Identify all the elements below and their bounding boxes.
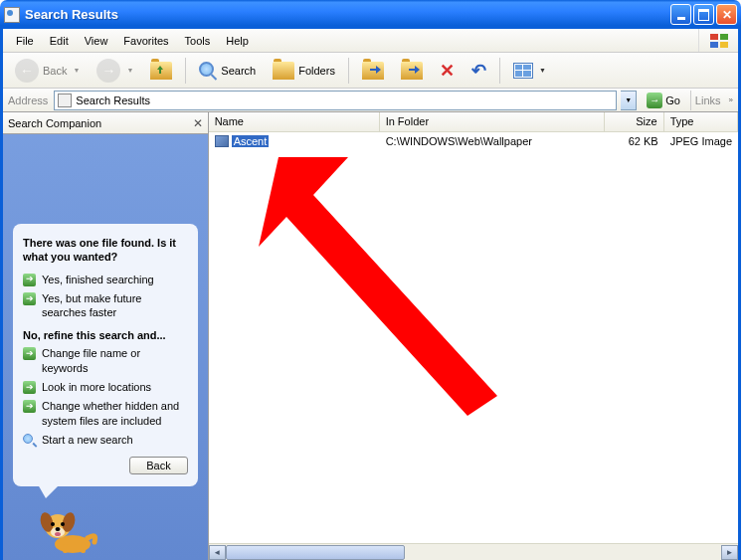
search-button[interactable]: Search [192,56,263,86]
column-name[interactable]: Name [209,112,380,131]
option-change-name[interactable]: ➔Change file name or keywords [23,346,188,375]
search-dog-icon[interactable] [33,494,102,554]
search-label: Search [221,65,256,77]
svg-point-12 [55,532,61,536]
horizontal-scrollbar[interactable]: ◄ ► [209,543,738,560]
address-input[interactable]: Search Results [54,91,617,110]
cell-name: Ascent [209,134,380,148]
svg-point-11 [56,527,61,531]
menu-view[interactable]: View [77,32,116,50]
delete-x-icon: ✕ [440,60,455,82]
maximize-button[interactable] [693,4,714,25]
panel-question-refine: No, refine this search and... [23,329,188,341]
annotation-arrow-icon [259,147,507,416]
window-title: Search Results [25,7,670,22]
search-results-panel: There was one file found. Is it what you… [13,224,198,486]
arrow-icon: ➔ [23,381,36,394]
chevron-down-icon: ▼ [73,67,80,74]
cell-type: JPEG Image [664,134,738,148]
forward-arrow-icon: → [96,59,120,83]
sidebar-header: Search Companion ✕ [3,112,208,134]
back-button[interactable]: ← Back ▼ [8,56,87,86]
close-button[interactable] [716,4,737,25]
jpeg-file-icon [215,135,229,147]
result-row[interactable]: Ascent C:\WINDOWS\Web\Wallpaper 62 KB JP… [209,132,738,149]
sidebar-close-button[interactable]: ✕ [193,116,203,130]
menu-file[interactable]: File [8,32,42,50]
chevron-down-icon: ▼ [539,67,546,74]
svg-rect-1 [720,34,728,40]
option-more-locations[interactable]: ➔Look in more locations [23,380,188,394]
option-hidden-files[interactable]: ➔Change whether hidden and system files … [23,399,188,428]
file-name: Ascent [232,135,270,147]
copy-to-button[interactable] [394,56,430,86]
address-value: Search Results [76,94,150,106]
links-label: Links [690,91,725,110]
folder-copy-icon [401,62,423,80]
option-finished[interactable]: ➔Yes, finished searching [23,273,188,286]
sidebar-title: Search Companion [8,117,101,129]
forward-button[interactable]: → ▼ [90,56,140,86]
up-button[interactable] [143,56,179,86]
svg-rect-0 [710,34,718,40]
toolbar: ← Back ▼ → ▼ Search Folders ✕ ↶ ▼ [3,53,738,89]
address-icon [58,93,72,107]
views-button[interactable]: ▼ [506,56,553,86]
svg-rect-13 [63,544,68,553]
menu-edit[interactable]: Edit [42,32,77,50]
scroll-right-button[interactable]: ► [721,545,738,560]
svg-rect-14 [81,544,86,553]
column-folder[interactable]: In Folder [380,112,605,131]
back-label: Back [43,65,67,77]
window-icon [4,7,20,23]
windows-flag-icon [698,29,738,52]
folder-move-icon [362,62,384,80]
scroll-track[interactable] [226,545,721,560]
delete-button[interactable]: ✕ [433,56,462,86]
folders-icon [273,62,294,80]
folders-button[interactable]: Folders [266,56,342,86]
go-arrow-icon: → [647,93,662,108]
svg-rect-2 [710,42,718,48]
back-arrow-icon: ← [15,59,39,83]
option-new-search[interactable]: Start a new search [23,433,188,447]
go-button[interactable]: → Go [641,91,686,110]
search-icon [199,62,217,80]
arrow-icon: ➔ [23,347,36,360]
undo-icon: ↶ [471,60,486,82]
undo-button[interactable]: ↶ [465,56,493,86]
panel-back-button[interactable]: Back [129,457,187,474]
go-label: Go [665,94,680,106]
cell-folder: C:\WINDOWS\Web\Wallpaper [380,134,605,148]
menubar: File Edit View Favorites Tools Help [3,29,738,53]
folder-up-icon [150,62,172,80]
addressbar: Address Search Results ▼ → Go Links » [3,89,738,112]
minimize-button[interactable] [670,4,691,25]
scroll-left-button[interactable]: ◄ [209,545,226,560]
address-dropdown-button[interactable]: ▼ [621,91,637,110]
column-type[interactable]: Type [664,112,738,131]
address-label: Address [8,94,50,106]
arrow-icon: ➔ [23,274,36,286]
panel-question: There was one file found. Is it what you… [23,236,188,265]
column-headers: Name In Folder Size Type [209,112,738,132]
option-faster[interactable]: ➔Yes, but make future searches faster [23,291,188,320]
arrow-icon: ➔ [23,292,36,305]
folders-label: Folders [298,65,335,77]
search-icon [23,434,36,447]
views-icon [513,63,533,79]
svg-point-10 [61,522,65,526]
svg-rect-3 [720,42,728,48]
titlebar: Search Results [0,0,741,29]
chevron-down-icon: ▼ [126,67,133,74]
results-pane: Name In Folder Size Type Ascent C:\WINDO… [209,112,738,560]
move-to-button[interactable] [355,56,391,86]
column-size[interactable]: Size [605,112,664,131]
scroll-thumb[interactable] [226,545,405,560]
menu-favorites[interactable]: Favorites [115,32,176,50]
search-companion-sidebar: Search Companion ✕ There was one file fo… [3,112,209,560]
results-rows[interactable]: Ascent C:\WINDOWS\Web\Wallpaper 62 KB JP… [209,132,738,543]
menu-tools[interactable]: Tools [177,32,219,50]
menu-help[interactable]: Help [218,32,257,50]
svg-point-9 [51,522,55,526]
